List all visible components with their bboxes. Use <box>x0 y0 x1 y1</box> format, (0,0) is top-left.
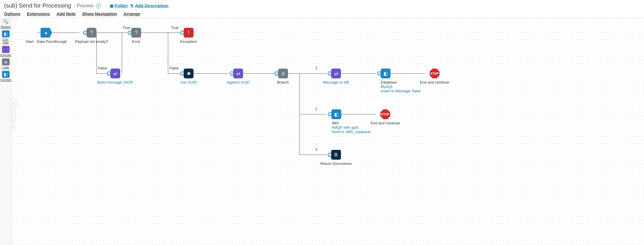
connector-icon: ›◧ <box>331 109 341 119</box>
node-branch[interactable]: ›≣ Branch <box>270 69 296 84</box>
port-icon: › <box>275 71 279 75</box>
menu-arrange[interactable]: Arrange <box>123 11 140 16</box>
node-append-uuid-label: Append UUID <box>221 80 256 84</box>
folder-link-label: Folder <box>115 3 128 8</box>
port-icon: › <box>377 71 381 75</box>
branch-number-2: 2 <box>315 107 317 111</box>
node-message-to-db[interactable]: ›⇄ Message to DB <box>319 69 353 84</box>
info-icon[interactable]: i <box>96 3 101 8</box>
node-return-documents-label: Return Documents <box>319 161 353 166</box>
connector-icon: ◧ <box>2 30 10 37</box>
node-decision-error-label: Error <box>126 39 146 44</box>
tool-rail: 🔍 Shapes ◧ Con-beta ⋮⋮ Execute ≣ Logic ◧… <box>0 17 12 245</box>
tool-con-beta-label: Con-beta <box>1 38 11 44</box>
edge <box>122 32 122 73</box>
node-end-1[interactable]: ›STOP End and continue <box>417 69 452 84</box>
stop-icon: ›STOP <box>430 69 439 78</box>
add-description-label: Add Description <box>135 3 169 8</box>
execute-icon: ⋮⋮ <box>2 46 10 53</box>
folder-link[interactable]: Folder <box>110 3 128 8</box>
node-database-label: Database <box>381 80 421 84</box>
node-database-op: Insert to Message Table <box>381 89 421 93</box>
port-icon: › <box>328 153 332 157</box>
tool-connect[interactable]: ◧ Connect <box>1 71 11 82</box>
tool-execute[interactable]: ⋮⋮ Execute <box>1 46 11 57</box>
node-start[interactable]: ▸ Start - Data Passthrough <box>25 28 67 44</box>
decision-icon: ›? <box>131 28 141 38</box>
port-icon: › <box>426 71 430 75</box>
stop-text: STOP <box>430 72 439 75</box>
tool-logic[interactable]: ≣ Logic <box>1 58 11 69</box>
edge <box>168 32 168 73</box>
map-icon: ›⇄ <box>110 69 120 78</box>
menu-show-navigation[interactable]: Show Navigation <box>82 11 117 16</box>
node-start-label: Start - Data Passthrough <box>25 39 67 44</box>
add-description-link[interactable]: Add Description <box>130 3 169 8</box>
node-jms-op: Send to JMS_myqueue <box>331 130 371 134</box>
connector-icon: ›◧ <box>381 69 391 78</box>
node-build-json[interactable]: ›⇄ Build message JSON <box>97 69 133 84</box>
node-end-1-label: End and continue <box>417 80 452 84</box>
connect-icon: ◧ <box>2 71 10 78</box>
branch-number-3: 3 <box>315 147 317 152</box>
port-icon: › <box>107 71 111 75</box>
port-icon: › <box>230 71 234 75</box>
branch-icon: ›≣ <box>278 69 288 78</box>
search-icon: 🔍 <box>2 18 10 25</box>
node-exception[interactable]: ›! Exception <box>176 28 202 44</box>
node-database-connector[interactable]: ›◧ Database MySQL Insert to Message Tabl… <box>368 69 421 93</box>
node-get-uuid-label: Get UUID <box>176 80 202 84</box>
port-icon: › <box>328 112 332 116</box>
logic-icon: ≣ <box>2 58 10 65</box>
tool-shapes-label: Shapes <box>1 25 11 29</box>
return-icon: ›🗎 <box>331 150 341 160</box>
tool-execute-label: Execute <box>1 54 11 57</box>
port-icon: › <box>128 31 132 35</box>
node-message-to-db-label: Message to DB <box>319 80 353 84</box>
node-build-json-label: Build message JSON <box>97 80 133 84</box>
node-database-conn: MySQL <box>381 84 421 89</box>
node-jms-conn: AMQP with qpid <box>331 125 371 130</box>
menu-add-note[interactable]: Add Note <box>56 11 76 16</box>
node-get-uuid[interactable]: ›✱ Get UUID <box>176 69 202 84</box>
branch-number-1: 1 <box>315 66 317 70</box>
port-icon: › <box>328 71 332 75</box>
process-canvas[interactable]: True True False False 1 2 3 ▸ Start - Da… <box>12 17 644 245</box>
exception-icon: ›! <box>184 28 194 38</box>
stop-icon: ›STOP <box>380 109 390 119</box>
node-end-2-label: End and continue <box>368 121 403 125</box>
tool-logic-label: Logic <box>1 66 11 69</box>
process-type-label: - Process <box>74 3 94 8</box>
menu-extensions[interactable]: Extensions <box>27 11 50 16</box>
tool-shapes[interactable]: 🔍 Shapes <box>1 18 11 29</box>
tool-connect-label: Connect <box>1 78 11 82</box>
port-icon: › <box>180 71 184 75</box>
node-decision-payload[interactable]: ›? Payload not empty? <box>74 28 109 44</box>
map-icon: ›⇄ <box>331 69 341 78</box>
menu-bar: Options Extensions Add Note Show Navigat… <box>4 11 640 16</box>
node-jms-label: JMS <box>331 121 371 125</box>
menu-options[interactable]: Options <box>4 11 21 16</box>
gear-icon: ›✱ <box>184 69 194 78</box>
node-decision-payload-label: Payload not empty? <box>74 39 109 44</box>
node-exception-label: Exception <box>176 39 202 44</box>
tool-con-beta[interactable]: ◧ Con-beta <box>1 30 11 44</box>
port-icon: › <box>180 31 184 35</box>
folder-icon <box>110 3 114 8</box>
page-title: (sub) Send for Processing <box>4 2 71 9</box>
node-decision-error[interactable]: ›? Error <box>126 28 146 44</box>
map-icon: ›⇄ <box>233 69 243 78</box>
node-return-documents[interactable]: ›🗎 Return Documents <box>319 150 353 166</box>
start-icon: ▸ <box>41 28 52 38</box>
stop-text: STOP <box>381 113 389 116</box>
node-append-uuid[interactable]: ›⇄ Append UUID <box>221 69 256 84</box>
decision-icon: ›? <box>87 28 96 38</box>
port-icon: › <box>83 31 87 35</box>
header: (sub) Send for Processing - Process i Fo… <box>0 0 644 18</box>
node-end-2[interactable]: ›STOP End and continue <box>368 109 403 125</box>
pencil-icon <box>130 3 134 8</box>
node-jms-connector[interactable]: ›◧ JMS AMQP with qpid Send to JMS_myqueu… <box>319 109 371 134</box>
node-branch-label: Branch <box>270 80 296 84</box>
port-icon: › <box>377 112 381 116</box>
